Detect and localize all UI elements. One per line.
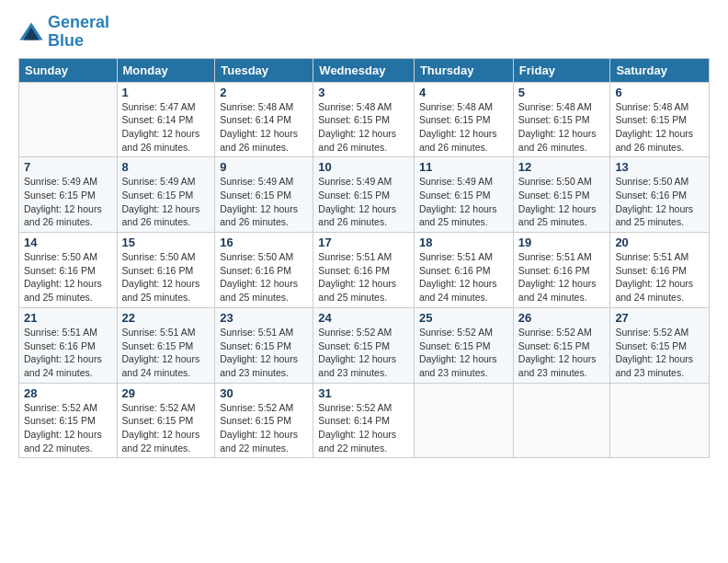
- day-info: Sunrise: 5:49 AM Sunset: 6:15 PM Dayligh…: [318, 175, 409, 229]
- day-info: Sunrise: 5:51 AM Sunset: 6:16 PM Dayligh…: [615, 250, 704, 304]
- week-row-4: 28Sunrise: 5:52 AM Sunset: 6:15 PM Dayli…: [19, 383, 710, 458]
- calendar-cell: 20Sunrise: 5:51 AM Sunset: 6:16 PM Dayli…: [610, 233, 710, 308]
- calendar-cell: [513, 383, 610, 458]
- week-row-1: 7Sunrise: 5:49 AM Sunset: 6:15 PM Daylig…: [19, 157, 710, 233]
- day-number: 7: [24, 160, 112, 174]
- day-number: 30: [220, 386, 308, 400]
- calendar-cell: 4Sunrise: 5:48 AM Sunset: 6:15 PM Daylig…: [414, 82, 513, 157]
- day-info: Sunrise: 5:52 AM Sunset: 6:15 PM Dayligh…: [615, 326, 704, 380]
- day-number: 18: [419, 236, 508, 249]
- day-info: Sunrise: 5:52 AM Sunset: 6:15 PM Dayligh…: [220, 401, 308, 455]
- calendar-cell: 27Sunrise: 5:52 AM Sunset: 6:15 PM Dayli…: [610, 307, 710, 383]
- day-number: 28: [24, 386, 112, 400]
- day-number: 21: [24, 311, 112, 325]
- weekday-header-tuesday: Tuesday: [215, 58, 313, 82]
- day-info: Sunrise: 5:52 AM Sunset: 6:15 PM Dayligh…: [518, 326, 606, 380]
- logo-icon: [18, 19, 44, 45]
- calendar-cell: 18Sunrise: 5:51 AM Sunset: 6:16 PM Dayli…: [414, 233, 513, 308]
- day-info: Sunrise: 5:50 AM Sunset: 6:16 PM Dayligh…: [220, 250, 308, 304]
- calendar-cell: 10Sunrise: 5:49 AM Sunset: 6:15 PM Dayli…: [313, 157, 415, 233]
- day-info: Sunrise: 5:50 AM Sunset: 6:16 PM Dayligh…: [24, 250, 112, 304]
- calendar-cell: 24Sunrise: 5:52 AM Sunset: 6:15 PM Dayli…: [313, 307, 415, 383]
- calendar-cell: 17Sunrise: 5:51 AM Sunset: 6:16 PM Dayli…: [313, 233, 415, 308]
- calendar-cell: 30Sunrise: 5:52 AM Sunset: 6:15 PM Dayli…: [215, 383, 313, 458]
- day-info: Sunrise: 5:49 AM Sunset: 6:15 PM Dayligh…: [122, 175, 210, 229]
- day-info: Sunrise: 5:52 AM Sunset: 6:15 PM Dayligh…: [318, 326, 409, 380]
- calendar-cell: 9Sunrise: 5:49 AM Sunset: 6:15 PM Daylig…: [215, 157, 313, 233]
- calendar-cell: 25Sunrise: 5:52 AM Sunset: 6:15 PM Dayli…: [414, 307, 513, 383]
- day-number: 9: [220, 160, 308, 174]
- calendar-cell: 3Sunrise: 5:48 AM Sunset: 6:15 PM Daylig…: [313, 82, 415, 157]
- day-number: 27: [615, 311, 704, 325]
- calendar-cell: 14Sunrise: 5:50 AM Sunset: 6:16 PM Dayli…: [19, 233, 118, 308]
- day-info: Sunrise: 5:51 AM Sunset: 6:15 PM Dayligh…: [220, 326, 308, 380]
- day-info: Sunrise: 5:48 AM Sunset: 6:14 PM Dayligh…: [220, 100, 308, 155]
- calendar-header-row: SundayMondayTuesdayWednesdayThursdayFrid…: [19, 58, 710, 82]
- header: General Blue: [18, 14, 710, 51]
- calendar-cell: 22Sunrise: 5:51 AM Sunset: 6:15 PM Dayli…: [117, 307, 215, 383]
- calendar-cell: 19Sunrise: 5:51 AM Sunset: 6:16 PM Dayli…: [513, 233, 610, 308]
- weekday-header-thursday: Thursday: [414, 58, 513, 82]
- day-number: 31: [318, 386, 409, 400]
- day-info: Sunrise: 5:51 AM Sunset: 6:16 PM Dayligh…: [419, 250, 508, 304]
- weekday-header-saturday: Saturday: [610, 58, 710, 82]
- calendar-cell: 21Sunrise: 5:51 AM Sunset: 6:16 PM Dayli…: [19, 307, 118, 383]
- calendar-cell: 16Sunrise: 5:50 AM Sunset: 6:16 PM Dayli…: [215, 233, 313, 308]
- weekday-header-wednesday: Wednesday: [313, 58, 415, 82]
- weekday-header-monday: Monday: [117, 58, 215, 82]
- calendar-cell: 2Sunrise: 5:48 AM Sunset: 6:14 PM Daylig…: [215, 82, 313, 157]
- day-info: Sunrise: 5:50 AM Sunset: 6:16 PM Dayligh…: [122, 250, 210, 304]
- calendar-cell: 6Sunrise: 5:48 AM Sunset: 6:15 PM Daylig…: [610, 82, 710, 157]
- weekday-header-sunday: Sunday: [19, 58, 118, 82]
- day-info: Sunrise: 5:48 AM Sunset: 6:15 PM Dayligh…: [615, 100, 704, 155]
- day-info: Sunrise: 5:50 AM Sunset: 6:16 PM Dayligh…: [615, 175, 704, 229]
- calendar-cell: 11Sunrise: 5:49 AM Sunset: 6:15 PM Dayli…: [414, 157, 513, 233]
- day-info: Sunrise: 5:48 AM Sunset: 6:15 PM Dayligh…: [518, 100, 606, 155]
- page: General Blue SundayMondayTuesdayWednesda…: [0, 0, 728, 467]
- day-number: 8: [122, 160, 210, 174]
- calendar-cell: 15Sunrise: 5:50 AM Sunset: 6:16 PM Dayli…: [117, 233, 215, 308]
- day-number: 26: [518, 311, 606, 325]
- day-info: Sunrise: 5:48 AM Sunset: 6:15 PM Dayligh…: [318, 100, 409, 155]
- day-info: Sunrise: 5:52 AM Sunset: 6:15 PM Dayligh…: [122, 401, 210, 455]
- day-number: 23: [220, 311, 308, 325]
- calendar-cell: 13Sunrise: 5:50 AM Sunset: 6:16 PM Dayli…: [610, 157, 710, 233]
- day-info: Sunrise: 5:51 AM Sunset: 6:16 PM Dayligh…: [24, 326, 112, 380]
- day-number: 10: [318, 160, 409, 174]
- day-number: 14: [24, 236, 112, 249]
- day-number: 4: [419, 86, 508, 99]
- week-row-0: 1Sunrise: 5:47 AM Sunset: 6:14 PM Daylig…: [19, 82, 710, 157]
- day-info: Sunrise: 5:52 AM Sunset: 6:15 PM Dayligh…: [419, 326, 508, 380]
- logo-text: General Blue: [48, 14, 109, 51]
- day-number: 2: [220, 86, 308, 99]
- day-number: 15: [122, 236, 210, 249]
- day-info: Sunrise: 5:52 AM Sunset: 6:15 PM Dayligh…: [24, 401, 112, 455]
- day-info: Sunrise: 5:49 AM Sunset: 6:15 PM Dayligh…: [419, 175, 508, 229]
- calendar-cell: [610, 383, 710, 458]
- day-number: 3: [318, 86, 409, 99]
- week-row-3: 21Sunrise: 5:51 AM Sunset: 6:16 PM Dayli…: [19, 307, 710, 383]
- day-number: 22: [122, 311, 210, 325]
- day-info: Sunrise: 5:49 AM Sunset: 6:15 PM Dayligh…: [220, 175, 308, 229]
- day-number: 16: [220, 236, 308, 249]
- day-info: Sunrise: 5:48 AM Sunset: 6:15 PM Dayligh…: [419, 100, 508, 155]
- calendar-cell: 12Sunrise: 5:50 AM Sunset: 6:15 PM Dayli…: [513, 157, 610, 233]
- calendar-cell: 26Sunrise: 5:52 AM Sunset: 6:15 PM Dayli…: [513, 307, 610, 383]
- day-number: 5: [518, 86, 606, 99]
- calendar-cell: 28Sunrise: 5:52 AM Sunset: 6:15 PM Dayli…: [19, 383, 118, 458]
- day-info: Sunrise: 5:51 AM Sunset: 6:15 PM Dayligh…: [122, 326, 210, 380]
- calendar-cell: 7Sunrise: 5:49 AM Sunset: 6:15 PM Daylig…: [19, 157, 118, 233]
- day-number: 29: [122, 386, 210, 400]
- day-number: 20: [615, 236, 704, 249]
- day-number: 25: [419, 311, 508, 325]
- weekday-header-friday: Friday: [513, 58, 610, 82]
- day-info: Sunrise: 5:51 AM Sunset: 6:16 PM Dayligh…: [318, 250, 409, 304]
- day-number: 11: [419, 160, 508, 174]
- calendar-cell: 8Sunrise: 5:49 AM Sunset: 6:15 PM Daylig…: [117, 157, 215, 233]
- logo: General Blue: [18, 14, 109, 51]
- day-number: 13: [615, 160, 704, 174]
- calendar-cell: 5Sunrise: 5:48 AM Sunset: 6:15 PM Daylig…: [513, 82, 610, 157]
- calendar-table: SundayMondayTuesdayWednesdayThursdayFrid…: [18, 58, 710, 459]
- day-info: Sunrise: 5:49 AM Sunset: 6:15 PM Dayligh…: [24, 175, 112, 229]
- day-number: 6: [615, 86, 704, 99]
